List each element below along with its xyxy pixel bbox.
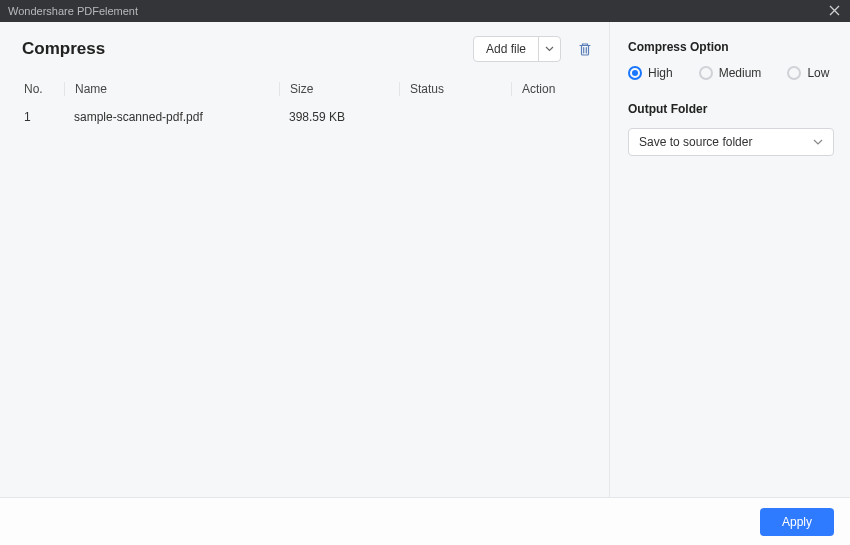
- app-title: Wondershare PDFelement: [8, 5, 138, 17]
- cell-no: 1: [22, 110, 64, 124]
- col-header-no: No.: [22, 82, 64, 96]
- output-folder-heading: Output Folder: [628, 102, 834, 116]
- col-header-name: Name: [64, 82, 279, 96]
- radio-label: Medium: [719, 66, 762, 80]
- col-header-action: Action: [511, 82, 595, 96]
- col-header-size: Size: [279, 82, 399, 96]
- cell-size: 398.59 KB: [279, 110, 399, 124]
- left-header: Compress Add file: [22, 36, 595, 62]
- header-actions: Add file: [473, 36, 595, 62]
- radio-high[interactable]: High: [628, 66, 673, 80]
- radio-medium[interactable]: Medium: [699, 66, 762, 80]
- radio-icon: [699, 66, 713, 80]
- page-title: Compress: [22, 39, 105, 59]
- footer: Apply: [0, 497, 850, 545]
- cell-action: [511, 110, 595, 124]
- add-file-dropdown[interactable]: [538, 37, 560, 61]
- output-folder-select[interactable]: Save to source folder: [628, 128, 834, 156]
- file-list-panel: Compress Add file No. Name Size Sta: [0, 22, 610, 497]
- add-file-group: Add file: [473, 36, 561, 62]
- delete-button[interactable]: [575, 39, 595, 59]
- main-area: Compress Add file No. Name Size Sta: [0, 22, 850, 497]
- options-panel: Compress Option High Medium Low Output F…: [610, 22, 850, 497]
- table-header: No. Name Size Status Action: [22, 76, 595, 102]
- select-value: Save to source folder: [639, 135, 752, 149]
- chevron-down-icon: [813, 139, 823, 145]
- radio-label: Low: [807, 66, 829, 80]
- add-file-button[interactable]: Add file: [474, 37, 538, 61]
- col-header-status: Status: [399, 82, 511, 96]
- cell-name: sample-scanned-pdf.pdf: [64, 110, 279, 124]
- close-icon[interactable]: [827, 3, 842, 19]
- radio-icon: [628, 66, 642, 80]
- chevron-down-icon: [545, 46, 554, 52]
- trash-icon: [577, 41, 593, 57]
- radio-low[interactable]: Low: [787, 66, 829, 80]
- radio-label: High: [648, 66, 673, 80]
- compress-option-heading: Compress Option: [628, 40, 834, 54]
- compress-level-group: High Medium Low: [628, 66, 834, 80]
- cell-status: [399, 110, 511, 124]
- radio-icon: [787, 66, 801, 80]
- titlebar: Wondershare PDFelement: [0, 0, 850, 22]
- table-row[interactable]: 1 sample-scanned-pdf.pdf 398.59 KB: [22, 102, 595, 130]
- apply-button[interactable]: Apply: [760, 508, 834, 536]
